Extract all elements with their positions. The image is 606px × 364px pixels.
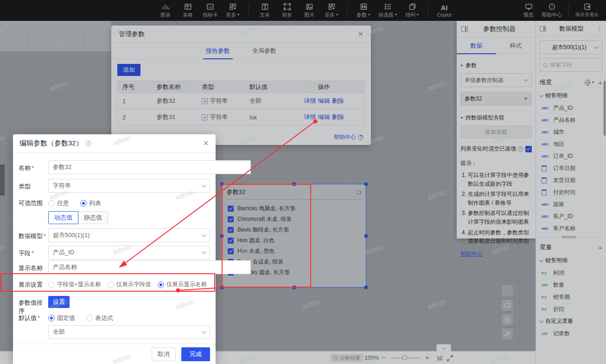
model-label: 数据模型* xyxy=(19,232,48,240)
chevron-down-icon xyxy=(202,182,206,187)
field-label: 字段* xyxy=(19,249,48,257)
name-label: 名称* xyxy=(19,164,48,172)
range-label: 可选范围 xyxy=(19,199,48,207)
field-select[interactable]: 产品_ID xyxy=(48,245,210,259)
cancel-button[interactable]: 取消 xyxy=(152,347,176,361)
chevron-down-icon xyxy=(202,232,206,237)
type-label: 类型 xyxy=(19,182,48,191)
radio-any[interactable] xyxy=(48,200,55,207)
dialog-title: 编辑参数（参数32） xyxy=(19,139,83,148)
default-label: 默认值* xyxy=(19,314,48,322)
edit-param-dialog: 编辑参数（参数32） ? ✕ 名称* 类型 字符串 可选范围 任意 列表 动态值… xyxy=(13,134,216,364)
name-input[interactable] xyxy=(48,160,251,174)
dynamic-value-tab[interactable]: 动态值 xyxy=(48,211,78,224)
sort-setting-button[interactable]: 设置 xyxy=(48,296,70,308)
radio-field-plus-name[interactable] xyxy=(48,282,55,288)
radio-fixed-value[interactable] xyxy=(48,315,55,321)
static-value-tab[interactable]: 静态值 xyxy=(78,211,108,224)
data-model-select[interactable]: 超市500(1)(1) xyxy=(48,228,210,242)
chevron-down-icon xyxy=(202,329,206,333)
chevron-down-icon xyxy=(202,249,206,254)
type-select[interactable]: 字符串 xyxy=(48,179,210,193)
default-value-select[interactable]: 全部 xyxy=(48,325,210,339)
display-name-label: 显示名称 xyxy=(19,264,48,272)
radio-field-only[interactable] xyxy=(108,282,114,288)
app-window: 参数32 Barricks 电脑桌, 长方形 Chromcraft 木桌, 组装… xyxy=(0,0,606,364)
display-name-input[interactable] xyxy=(48,260,251,274)
radio-list[interactable] xyxy=(80,200,87,207)
display-setting-label: 展示设置 xyxy=(19,281,48,289)
help-icon[interactable]: ? xyxy=(86,141,91,146)
sort-label: 参数值排序 xyxy=(19,299,48,315)
radio-expression[interactable] xyxy=(86,315,93,321)
radio-display-name-only[interactable] xyxy=(158,282,164,288)
close-icon[interactable]: ✕ xyxy=(203,140,209,147)
ok-button[interactable]: 完成 xyxy=(181,347,210,361)
